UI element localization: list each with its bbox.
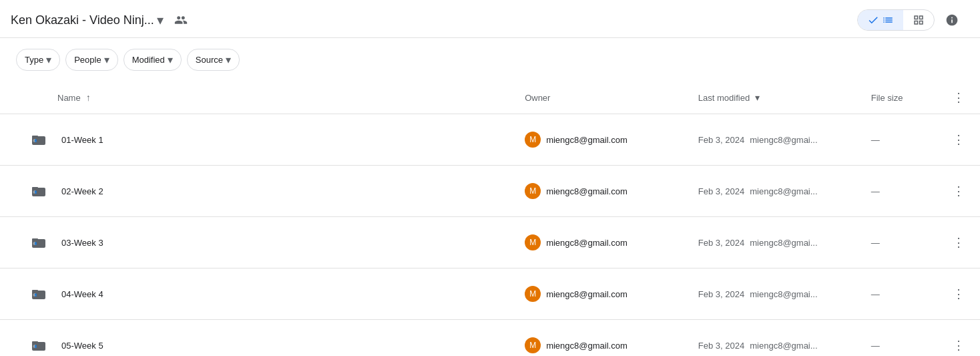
sort-ascending-icon: ↑ — [86, 92, 91, 103]
table-row[interactable]: 👤 03-Week 3 M miengc8@gmail.com Feb 3, 2… — [0, 217, 980, 269]
file-size-value: — — [871, 289, 880, 299]
modified-user: miengc8@gmai... — [750, 341, 817, 351]
file-name-cell: 👤 04-Week 4 — [0, 269, 514, 320]
owner-email: miengc8@gmail.com — [546, 135, 628, 145]
filter-people-button[interactable]: People ▾ — [65, 49, 117, 71]
file-name-text: 04-Week 4 — [61, 289, 103, 299]
file-name-cell: 👤 05-Week 5 — [0, 320, 514, 357]
owner-cell: M miengc8@gmail.com — [514, 269, 688, 320]
modified-date: Feb 3, 2024 — [698, 186, 744, 196]
file-table: Name ↑ Owner Last modified ▾ File size ⋮ — [0, 81, 980, 356]
info-icon — [945, 13, 959, 27]
filter-modified-label: Modified — [132, 55, 165, 65]
modified-date: Feb 3, 2024 — [698, 289, 744, 299]
modified-cell: Feb 3, 2024 miengc8@gmai... — [688, 269, 861, 320]
svg-text:👤: 👤 — [34, 139, 37, 142]
actions-cell: ⋮ — [937, 217, 980, 269]
file-list: 👤 01-Week 1 M miengc8@gmail.com Feb 3, 2… — [0, 114, 980, 357]
modified-cell: Feb 3, 2024 miengc8@gmai... — [688, 166, 861, 217]
file-size-value: — — [871, 135, 880, 145]
svg-text:👤: 👤 — [34, 293, 37, 297]
file-name-cell: 👤 01-Week 1 — [0, 114, 514, 166]
chevron-down-icon: ▾ — [46, 53, 51, 66]
table-options-button[interactable]: ⋮ — [948, 87, 969, 108]
file-name-cell: 👤 03-Week 3 — [0, 217, 514, 269]
sort-descending-icon: ▾ — [755, 92, 760, 103]
table-row[interactable]: 👤 02-Week 2 M miengc8@gmail.com Feb 3, 2… — [0, 166, 980, 217]
chevron-down-icon: ▾ — [168, 53, 173, 66]
table-row[interactable]: 👤 04-Week 4 M miengc8@gmail.com Feb 3, 2… — [0, 269, 980, 320]
row-more-button[interactable]: ⋮ — [948, 335, 969, 356]
file-size-cell: — — [861, 114, 937, 166]
file-size-cell: — — [861, 166, 937, 217]
owner-email: miengc8@gmail.com — [546, 238, 628, 248]
file-name-text: 05-Week 5 — [61, 341, 103, 351]
svg-text:👤: 👤 — [34, 242, 37, 245]
owner-cell: M miengc8@gmail.com — [514, 114, 688, 166]
th-last-modified[interactable]: Last modified ▾ — [688, 81, 861, 114]
drive-title: Ken Okazaki - Video Ninj... ▾ — [11, 12, 164, 28]
avatar: M — [525, 234, 541, 250]
svg-text:👤: 👤 — [34, 190, 37, 194]
modified-user: miengc8@gmai... — [750, 186, 817, 196]
people-icon — [174, 13, 188, 27]
owner-cell: M miengc8@gmail.com — [514, 217, 688, 269]
table-row[interactable]: 👤 05-Week 5 M miengc8@gmail.com Feb 3, 2… — [0, 320, 980, 357]
file-name-cell: 👤 02-Week 2 — [0, 166, 514, 217]
filter-source-button[interactable]: Source ▾ — [187, 49, 240, 71]
th-actions: ⋮ — [937, 81, 980, 114]
view-toggle — [857, 9, 935, 31]
modified-user: miengc8@gmai... — [750, 135, 817, 145]
shared-people-button[interactable] — [169, 8, 193, 32]
grid-view-button[interactable] — [903, 10, 934, 30]
file-size-cell: — — [861, 269, 937, 320]
modified-cell: Feb 3, 2024 miengc8@gmai... — [688, 320, 861, 357]
owner-cell: M miengc8@gmail.com — [514, 320, 688, 357]
chevron-down-icon[interactable]: ▾ — [157, 12, 164, 28]
table-header: Name ↑ Owner Last modified ▾ File size ⋮ — [0, 81, 980, 114]
filter-type-button[interactable]: Type ▾ — [16, 49, 60, 71]
folder-icon: 👤 — [27, 282, 51, 306]
header-left: Ken Okazaki - Video Ninj... ▾ — [11, 8, 193, 32]
check-icon — [867, 14, 879, 26]
svg-text:👤: 👤 — [34, 345, 37, 348]
owner-cell: M miengc8@gmail.com — [514, 166, 688, 217]
table-row[interactable]: 👤 01-Week 1 M miengc8@gmail.com Feb 3, 2… — [0, 114, 980, 166]
avatar: M — [525, 183, 541, 199]
row-more-button[interactable]: ⋮ — [948, 129, 969, 150]
modified-user: miengc8@gmai... — [750, 289, 817, 299]
file-name-text: 02-Week 2 — [61, 186, 103, 196]
modified-date: Feb 3, 2024 — [698, 135, 744, 145]
file-size-value: — — [871, 341, 880, 351]
folder-icon: 👤 — [27, 179, 51, 203]
file-name-text: 03-Week 3 — [61, 238, 103, 248]
owner-email: miengc8@gmail.com — [546, 186, 628, 196]
filter-modified-button[interactable]: Modified ▾ — [124, 49, 182, 71]
drive-title-text: Ken Okazaki - Video Ninj... — [11, 13, 154, 27]
actions-cell: ⋮ — [937, 114, 980, 166]
modified-date: Feb 3, 2024 — [698, 341, 744, 351]
chevron-down-icon: ▾ — [104, 53, 109, 66]
header: Ken Okazaki - Video Ninj... ▾ — [0, 0, 980, 38]
modified-date: Feb 3, 2024 — [698, 238, 744, 248]
row-more-button[interactable]: ⋮ — [948, 283, 969, 305]
th-name: Name ↑ — [0, 81, 514, 114]
avatar: M — [525, 286, 541, 302]
folder-icon: 👤 — [27, 128, 51, 152]
actions-cell: ⋮ — [937, 320, 980, 357]
modified-cell: Feb 3, 2024 miengc8@gmai... — [688, 114, 861, 166]
folder-icon: 👤 — [27, 333, 51, 356]
row-more-button[interactable]: ⋮ — [948, 232, 969, 253]
list-view-button[interactable] — [858, 10, 903, 30]
info-button[interactable] — [940, 8, 964, 32]
file-size-value: — — [871, 186, 880, 196]
avatar: M — [525, 337, 541, 353]
file-size-value: — — [871, 238, 880, 248]
list-icon — [882, 14, 894, 26]
folder-icon: 👤 — [27, 230, 51, 254]
th-owner: Owner — [514, 81, 688, 114]
filter-source-label: Source — [196, 55, 223, 65]
file-name-text: 01-Week 1 — [61, 135, 103, 145]
actions-cell: ⋮ — [937, 166, 980, 217]
row-more-button[interactable]: ⋮ — [948, 180, 969, 202]
